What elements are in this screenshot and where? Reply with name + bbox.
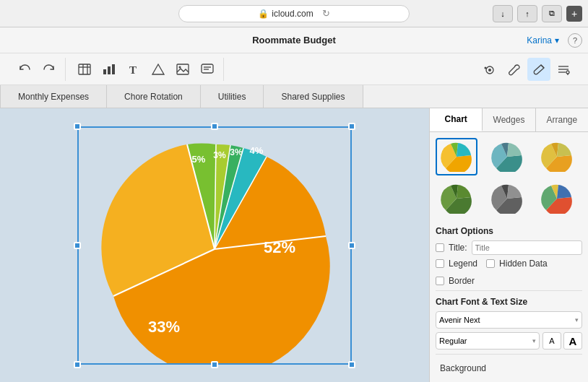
- font-size-large-label: A: [569, 335, 577, 347]
- resize-handle-mr[interactable]: [348, 242, 355, 249]
- insert-group: T: [69, 58, 224, 81]
- resize-handle-tr[interactable]: [348, 123, 355, 130]
- chart-style-2[interactable]: [486, 138, 528, 175]
- svg-rect-9: [177, 64, 189, 74]
- font-size-buttons: A A: [542, 332, 582, 350]
- pie-chart: 52% 33% 5% 3% 3% 4%: [77, 126, 352, 365]
- svg-point-21: [566, 71, 569, 74]
- divider-2: [436, 354, 582, 355]
- font-name-value: Avenir Next: [439, 316, 480, 324]
- svg-point-15: [488, 69, 491, 71]
- font-style-select[interactable]: Regular ▾: [436, 332, 540, 350]
- comment-button[interactable]: [196, 58, 219, 81]
- url-text: icloud.com: [272, 9, 313, 19]
- resize-handle-bl[interactable]: [74, 361, 81, 368]
- tab-utilities[interactable]: Utilities: [201, 85, 264, 108]
- font-size-large-button[interactable]: A: [563, 332, 582, 350]
- tab-arrange[interactable]: Arrange: [536, 108, 588, 131]
- border-label: Border: [449, 276, 475, 286]
- tab-wedges[interactable]: Wedges: [483, 108, 535, 131]
- user-chevron-icon: ▾: [555, 35, 559, 45]
- hidden-data-label: Hidden Data: [499, 259, 548, 269]
- svg-text:3%: 3%: [213, 150, 226, 160]
- tab-shared-supplies[interactable]: Shared Supplies: [264, 85, 363, 108]
- reload-icon[interactable]: ↻: [322, 8, 330, 19]
- font-name-select[interactable]: Avenir Next ▾: [436, 311, 582, 329]
- font-style-value: Regular: [439, 337, 467, 345]
- font-size-small-label: A: [549, 337, 554, 345]
- chart-style-4[interactable]: [436, 180, 477, 217]
- lock-icon: 🔒: [258, 9, 269, 19]
- legend-option-row: Legend: [436, 259, 477, 269]
- chart-style-3[interactable]: [536, 138, 578, 175]
- tab-chart[interactable]: Chart: [430, 108, 483, 131]
- svg-text:52%: 52%: [264, 238, 295, 256]
- chart-style-6[interactable]: [536, 180, 578, 217]
- add-tab-button[interactable]: +: [566, 6, 582, 22]
- undo-button[interactable]: [13, 58, 36, 81]
- border-checkbox[interactable]: [436, 277, 444, 285]
- resize-handle-tc[interactable]: [211, 123, 218, 130]
- title-label: Title:: [449, 243, 467, 253]
- svg-point-16: [485, 66, 487, 69]
- resize-handle-bc[interactable]: [211, 361, 218, 368]
- chart-options-title: Chart Options: [436, 226, 582, 236]
- svg-rect-11: [202, 64, 213, 73]
- user-menu[interactable]: Karina ▾: [527, 35, 559, 45]
- legend-checkbox[interactable]: [436, 259, 444, 268]
- format-group: [474, 58, 579, 81]
- title-checkbox[interactable]: [436, 243, 444, 252]
- font-size-small-button[interactable]: A: [542, 332, 561, 350]
- font-style-arrow: ▾: [532, 337, 536, 344]
- undo-redo-group: [9, 58, 66, 81]
- divider-1: [436, 290, 582, 291]
- browser-controls: ↓ ↑ ⧉ +: [493, 5, 582, 22]
- border-option-row: Border: [436, 276, 582, 286]
- title-input[interactable]: [472, 240, 582, 255]
- redo-button[interactable]: [38, 58, 61, 81]
- resize-handle-br[interactable]: [348, 361, 355, 368]
- download-button[interactable]: ↓: [493, 5, 513, 22]
- format-button[interactable]: [552, 58, 575, 81]
- tab-chore-rotation[interactable]: Chore Rotation: [107, 85, 201, 108]
- user-name: Karina: [527, 35, 552, 45]
- svg-rect-4: [103, 69, 106, 74]
- background-row: Background: [436, 359, 582, 378]
- chart-style-1[interactable]: [436, 138, 477, 175]
- shape-button[interactable]: [147, 58, 170, 81]
- svg-line-17: [541, 65, 544, 68]
- text-button[interactable]: T: [122, 58, 145, 81]
- chart-button[interactable]: [98, 58, 121, 81]
- font-name-arrow: ▾: [575, 316, 579, 324]
- app-title: Roommate Budget: [252, 35, 336, 45]
- chart-style-5[interactable]: [486, 180, 528, 217]
- font-section-title: Chart Font & Text Size: [436, 297, 582, 307]
- hidden-data-checkbox[interactable]: [486, 259, 495, 268]
- panel-tabs: Chart Wedges Arrange: [430, 108, 588, 132]
- chart-container[interactable]: 52% 33% 5% 3% 3% 4%: [77, 126, 352, 365]
- svg-text:T: T: [129, 64, 137, 76]
- svg-marker-8: [152, 64, 164, 74]
- svg-text:3%: 3%: [230, 147, 243, 157]
- table-button[interactable]: [73, 58, 96, 81]
- resize-handle-ml[interactable]: [74, 242, 81, 249]
- resize-handle-tl[interactable]: [74, 123, 81, 130]
- svg-rect-0: [79, 64, 90, 74]
- hidden-data-option-row: Hidden Data: [486, 259, 548, 269]
- url-bar[interactable]: 🔒 icloud.com ↻: [178, 5, 410, 22]
- svg-point-10: [179, 66, 181, 68]
- image-button[interactable]: [171, 58, 194, 81]
- tabs-button[interactable]: ⧉: [542, 5, 562, 22]
- canvas-area[interactable]: 52% 33% 5% 3% 3% 4%: [0, 108, 429, 382]
- font-name-row: Avenir Next ▾: [436, 311, 582, 329]
- browser-bar: 🔒 icloud.com ↻ ↓ ↑ ⧉ +: [0, 0, 588, 27]
- camera-button[interactable]: [478, 58, 501, 81]
- chart-styles-grid: [436, 138, 582, 217]
- svg-rect-5: [108, 66, 111, 74]
- wrench-button[interactable]: [503, 58, 526, 81]
- share-button[interactable]: ↑: [517, 5, 537, 22]
- help-button[interactable]: ?: [568, 33, 582, 48]
- tab-monthly-expenses[interactable]: Monthly Expenses: [0, 85, 107, 108]
- legend-label: Legend: [449, 259, 477, 269]
- brush-button[interactable]: [527, 58, 550, 81]
